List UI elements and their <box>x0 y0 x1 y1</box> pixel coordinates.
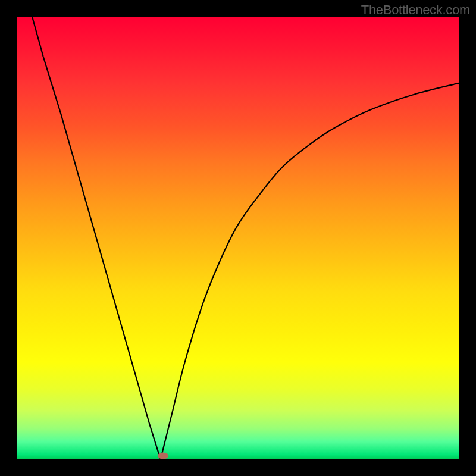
plot-area <box>17 17 459 459</box>
attribution-text: TheBottleneck.com <box>361 2 470 18</box>
left-branch-curve <box>32 17 161 459</box>
minimum-marker <box>158 453 168 459</box>
curve-svg <box>17 17 459 459</box>
bottleneck-chart: TheBottleneck.com <box>0 0 476 476</box>
right-branch-curve <box>161 83 459 459</box>
